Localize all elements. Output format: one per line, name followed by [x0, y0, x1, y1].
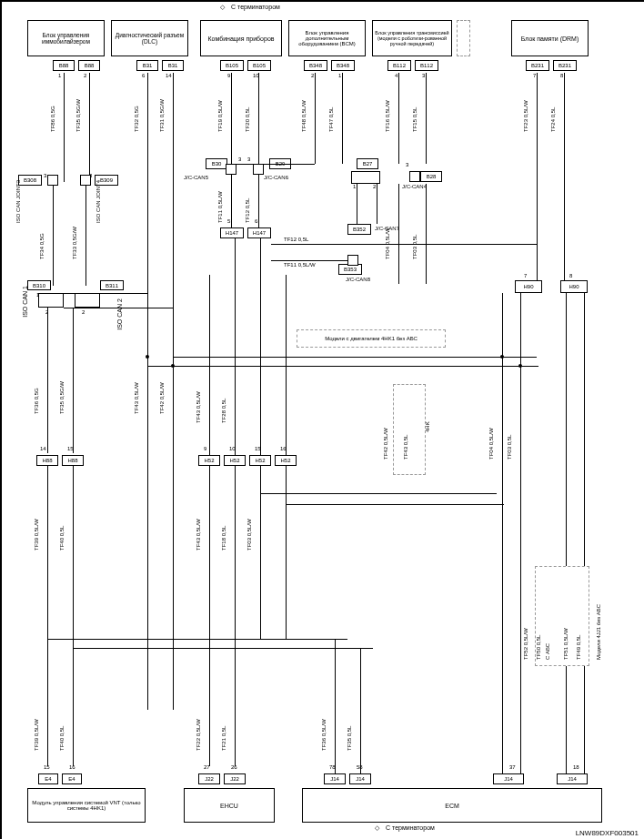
shield-dot: [80, 175, 91, 186]
wire: [209, 466, 210, 766]
wire-h: [73, 648, 373, 649]
dot: [146, 355, 149, 359]
wire: [342, 73, 343, 164]
w-tf51: TF51 0,5L/W: [563, 628, 569, 660]
dot: [500, 355, 504, 359]
pin: 9: [204, 446, 206, 451]
iso2-label: ISO CAN 2: [116, 298, 123, 330]
w-tf36b: TF36 0,5L/W: [321, 719, 327, 751]
wire: [260, 466, 261, 639]
conn-h90b: H90: [560, 280, 588, 293]
pin: 3: [406, 162, 408, 167]
pin: 2: [82, 309, 85, 315]
w-tf40a: TF40 0,5L: [59, 526, 65, 551]
wire: [231, 73, 232, 164]
dot: [171, 364, 175, 368]
wire-h: [236, 164, 315, 165]
wire: [315, 73, 316, 164]
wire: [566, 293, 567, 775]
w-tf24: TF24 0,5L: [550, 107, 556, 132]
wire: [398, 73, 399, 164]
pin: 3: [422, 73, 425, 78]
shield-dot: [47, 175, 58, 186]
w-tf34: TF34 0,5G: [39, 233, 45, 259]
w-tf47: TF47 0,5L: [328, 107, 334, 132]
w-tf28a: TF28 0,5L: [221, 399, 226, 423]
wire: [64, 73, 65, 182]
w-tf42a: TF42 0,5L/W: [383, 428, 388, 460]
conn-h88b: H88: [62, 455, 84, 466]
w-tf19: TF19 0,5L/W: [217, 100, 223, 132]
w-tf35: TF35 0,5G/W: [75, 99, 81, 132]
bottom-terminator-label: С терминатором: [386, 824, 435, 831]
conn-b352: B352: [347, 224, 371, 235]
w-tf52: TF52 0,5L/W: [523, 628, 528, 660]
pin: 8: [560, 73, 563, 78]
w-tf43mid: TF43 0,5L/W: [134, 382, 139, 414]
conn-j14b: J14: [349, 773, 371, 784]
w-absnote2: Модели 4JJ1 без АБС: [596, 604, 601, 660]
pin: 37: [509, 764, 516, 770]
w-tf43a: TF43 0,5L/W: [196, 391, 201, 423]
wire: [584, 293, 585, 775]
wire: [53, 186, 54, 286]
wire: [73, 466, 74, 766]
w-tf36: TF36 0,5G: [34, 388, 39, 414]
w-tf40l: TF40 0,5L: [59, 726, 65, 751]
conn-b88b: B88: [78, 60, 100, 71]
wire: [357, 184, 357, 224]
w-tf35c: TF35 0,5L: [347, 726, 352, 751]
conn-h52c: H52: [249, 455, 271, 466]
wire: [286, 466, 287, 639]
shield: [38, 293, 64, 308]
w-tf32: TF32 0,5G: [134, 106, 139, 132]
wire: [235, 238, 236, 455]
dashed-abs-right: [535, 566, 589, 666]
shield-dot: [226, 164, 236, 175]
conn-h52d: H52: [275, 455, 297, 466]
block-ecm: ECM: [302, 788, 602, 823]
pin: 8: [569, 273, 572, 278]
wire-h: [64, 293, 147, 294]
pin: 18: [573, 764, 579, 770]
w-4hk: 4HK: [425, 421, 430, 432]
w-tf31: TF31 0,5G/W: [159, 99, 165, 132]
pin: 3: [44, 173, 46, 178]
note-4hk1-noabs: Модели с двигателем 4HK1 без АБС: [297, 329, 446, 348]
w-tf50a: TF50 0,5L: [536, 635, 541, 660]
wire: [231, 175, 232, 227]
top-terminator-label: С терминатором: [231, 4, 280, 10]
wire: [258, 175, 259, 227]
conn-b88a: B88: [53, 60, 75, 71]
shield: [351, 171, 380, 184]
w-tf35b: TF35 0,5G/W: [59, 381, 65, 414]
w-tf20: TF20 0,5L: [245, 107, 250, 132]
pin: 16: [69, 764, 75, 770]
wire: [235, 466, 236, 766]
w-tf03b: TF03 0,5L: [507, 435, 512, 460]
pin: 14: [40, 446, 46, 451]
conn-b310: B310: [27, 280, 51, 290]
w-absnote3: С АБС: [545, 643, 550, 660]
wire-h: [64, 308, 173, 308]
pin: 14: [166, 73, 172, 78]
wire: [564, 73, 565, 282]
wire: [360, 648, 361, 773]
pin: 1: [338, 73, 341, 78]
wire: [537, 73, 538, 282]
conn-b105a: B105: [220, 60, 244, 71]
w-tf03c: TF03 0,5L/W: [247, 519, 252, 551]
jc6-label: J/C-CAN6: [264, 175, 288, 180]
w-tf49: TF49 0,5L: [576, 635, 581, 660]
conn-b308: B308: [18, 175, 42, 186]
wire: [426, 184, 427, 284]
w-tf18b: TF18 0,5L: [221, 526, 226, 551]
w-tf43b: TF43 0,5L: [403, 435, 408, 460]
conn-b348b: B348: [331, 60, 355, 71]
wire: [209, 275, 210, 455]
pin: 5: [227, 218, 230, 224]
wire: [426, 73, 427, 164]
wire: [147, 73, 148, 710]
block-bcm: Блок управления дополнительным оборудова…: [288, 20, 366, 56]
block-vnt: Модуль управления системой VNT (только с…: [27, 788, 146, 823]
